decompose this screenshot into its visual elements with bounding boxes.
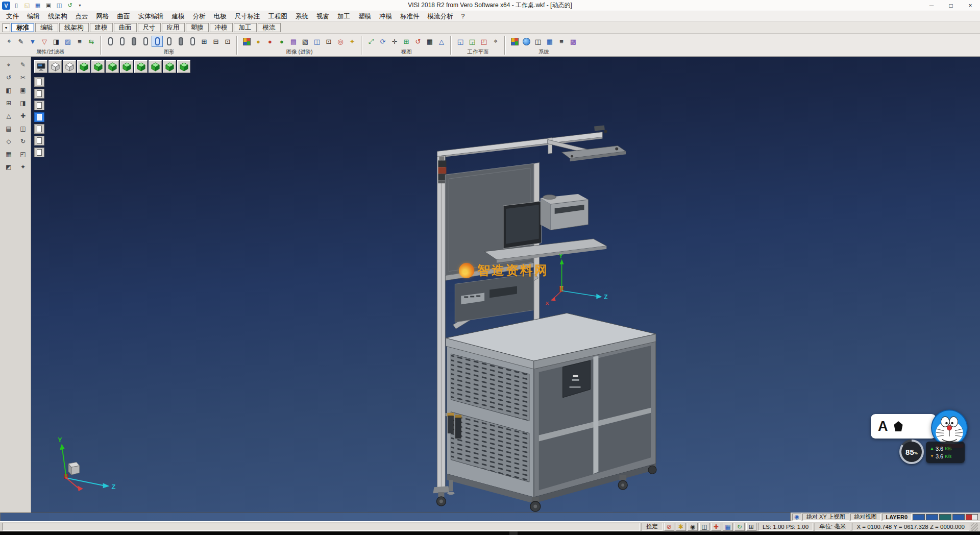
tab-edit[interactable]: 编辑: [35, 23, 58, 32]
snapshot-icon[interactable]: ⊡: [323, 36, 334, 47]
globe-icon[interactable]: [521, 36, 532, 47]
triangle-tool-icon[interactable]: △: [3, 111, 14, 121]
workplane-zx-icon[interactable]: ◰: [478, 36, 489, 47]
tab-apply[interactable]: 应用: [162, 23, 185, 32]
properties-list-icon[interactable]: ≡: [74, 36, 85, 47]
shading-mode-icon[interactable]: [152, 36, 163, 47]
add-icon[interactable]: ✚: [711, 523, 721, 531]
group-icon[interactable]: ⊞: [199, 36, 210, 47]
print-icon[interactable]: ▣: [44, 2, 53, 10]
search-icon[interactable]: ◉: [792, 514, 801, 521]
save-icon[interactable]: ▦: [33, 2, 42, 10]
trim-icon[interactable]: ✂: [17, 72, 29, 83]
tab-die[interactable]: 冲模: [210, 23, 233, 32]
menu-mesh[interactable]: 网格: [92, 11, 113, 22]
menu-die[interactable]: 冲模: [375, 11, 396, 22]
menu-window[interactable]: 视窗: [312, 11, 333, 22]
screen-icon[interactable]: ◫: [699, 523, 709, 531]
menu-system[interactable]: 系统: [291, 11, 312, 22]
isolate-icon[interactable]: ⊡: [222, 36, 233, 47]
qat-dropdown-icon[interactable]: ▼: [76, 4, 84, 7]
layer-color-3[interactable]: [939, 514, 951, 520]
tab-dimension[interactable]: 尺寸: [138, 23, 161, 32]
page-button-6[interactable]: [34, 136, 44, 145]
view-left-icon[interactable]: [134, 60, 148, 73]
page-button-2[interactable]: [34, 89, 44, 99]
cad-model-canvas[interactable]: Y Z X Y: [31, 57, 980, 513]
monitor-icon[interactable]: ◫: [532, 36, 544, 47]
menu-dimension[interactable]: 尺寸标注: [231, 11, 264, 22]
page-button-4-active[interactable]: [34, 112, 44, 122]
sketch-icon[interactable]: ✎: [17, 60, 29, 70]
rotate-view-icon[interactable]: ⟳: [377, 36, 388, 47]
mirror-icon[interactable]: ◨: [17, 98, 29, 108]
layer-color-4[interactable]: [952, 514, 965, 520]
point-style-icon[interactable]: [128, 36, 139, 47]
previous-view-icon[interactable]: ↺: [412, 36, 424, 47]
corner-tool-icon[interactable]: ◰: [17, 149, 29, 159]
pan-view-icon[interactable]: ✛: [389, 36, 400, 47]
wireframe-view-icon[interactable]: [48, 60, 62, 73]
view-bottom-icon[interactable]: [177, 60, 190, 73]
menu-mold[interactable]: 塑模: [354, 11, 375, 22]
menu-wireframe[interactable]: 线架构: [44, 11, 71, 22]
units-field[interactable]: 单位: 毫米: [815, 523, 850, 531]
dual-view-icon[interactable]: ◫: [311, 36, 323, 47]
osnap-icon[interactable]: ⊘: [664, 523, 674, 531]
texture-icon[interactable]: ▤: [288, 36, 299, 47]
half-select-icon[interactable]: ◧: [3, 85, 14, 95]
split-view-icon[interactable]: ◫: [17, 124, 29, 134]
swap-attributes-icon[interactable]: ⇆: [86, 36, 97, 47]
layer-field[interactable]: LAYER0: [882, 514, 912, 521]
menu-electrode[interactable]: 电极: [210, 11, 231, 22]
workplane-origin-icon[interactable]: ⌖: [490, 36, 501, 47]
view-right-icon[interactable]: [149, 60, 162, 73]
windows-taskbar[interactable]: [0, 531, 980, 535]
mesh-tool-icon[interactable]: ▦: [3, 149, 14, 159]
view-front-icon[interactable]: [106, 60, 119, 73]
user-icon[interactable]: ◉: [688, 523, 698, 531]
diamond-tool-icon[interactable]: ◇: [3, 136, 14, 147]
page-button-1[interactable]: [34, 77, 44, 87]
tab-mold[interactable]: 塑膜: [186, 23, 209, 32]
tab-modeling[interactable]: 建模: [90, 23, 113, 32]
view-iso-1-icon[interactable]: [77, 60, 90, 73]
close-button[interactable]: ×: [961, 0, 980, 11]
region-icon[interactable]: ▣: [17, 85, 29, 95]
menu-flow-analysis[interactable]: 模流分析: [424, 11, 457, 22]
zoom-window-icon[interactable]: ⊞: [401, 36, 412, 47]
tab-standard[interactable]: 标准: [11, 23, 34, 32]
viewport-3d[interactable]: Y Z X Y: [31, 57, 980, 513]
perspective-icon[interactable]: △: [436, 36, 447, 47]
preview-icon[interactable]: ◫: [55, 2, 64, 10]
menu-pointcloud[interactable]: 点云: [71, 11, 92, 22]
menu-modeling[interactable]: 建模: [168, 11, 189, 22]
undo-tool-icon[interactable]: ↺: [3, 72, 14, 83]
menu-machining[interactable]: 加工: [333, 11, 354, 22]
workplane-xy-icon[interactable]: ◱: [455, 36, 466, 47]
menu-file[interactable]: 文件: [2, 11, 23, 22]
pattern-icon[interactable]: ▩: [568, 36, 579, 47]
options-icon[interactable]: ≡: [556, 36, 567, 47]
hatch-icon[interactable]: ▨: [62, 36, 74, 47]
page-button-5[interactable]: [34, 124, 44, 134]
system-grid-icon[interactable]: ▦: [544, 36, 555, 47]
spark-tool-icon[interactable]: ✦: [17, 162, 29, 172]
render-icon[interactable]: [241, 36, 252, 47]
grid-view-icon[interactable]: ▦: [424, 36, 435, 47]
menu-surface[interactable]: 曲面: [113, 11, 134, 22]
transparency-icon[interactable]: [187, 36, 198, 47]
absolute-view-field[interactable]: 绝对视图: [850, 514, 881, 521]
minimize-button[interactable]: ─: [922, 0, 941, 11]
material-red-icon[interactable]: ●: [264, 36, 276, 47]
grid-snap-icon[interactable]: ✱: [676, 523, 686, 531]
lock-field[interactable]: 拴定: [642, 523, 663, 531]
material-green-icon[interactable]: ●: [276, 36, 287, 47]
menu-analysis[interactable]: 分析: [189, 11, 210, 22]
layers-tool-icon[interactable]: ▤: [3, 124, 14, 134]
layer-color-2[interactable]: [926, 514, 938, 520]
hidden-line-icon[interactable]: [175, 36, 186, 47]
menu-drawing[interactable]: 工程图: [264, 11, 292, 22]
grid-icon[interactable]: ⊞: [746, 523, 756, 531]
render-mode-icon[interactable]: [34, 60, 47, 73]
